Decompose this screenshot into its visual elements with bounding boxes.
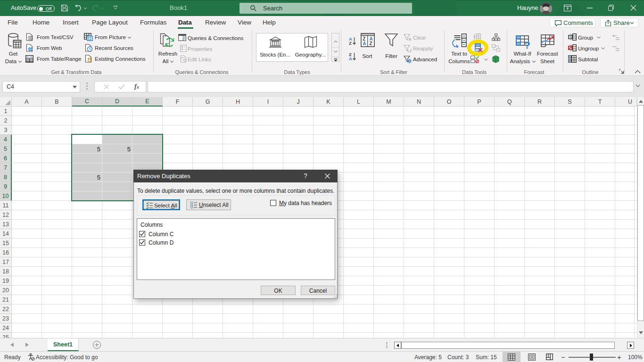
svg-text:A: A [363,41,366,46]
svg-text:Z: Z [363,36,365,41]
svg-text:?: ? [524,40,530,49]
svg-text:Z: Z [370,41,372,46]
svg-text:A: A [370,36,373,41]
svg-text:Z: Z [349,41,352,45]
svg-text:A: A [349,56,352,61]
